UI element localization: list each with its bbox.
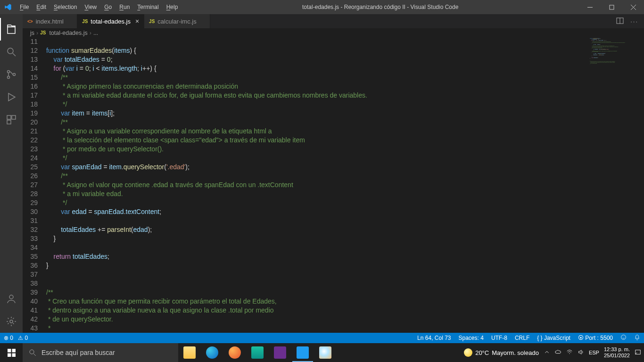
menu-file[interactable]: File: [16, 0, 33, 14]
taskbar-vscode-icon[interactable]: [291, 343, 314, 362]
file-icon: <>: [27, 19, 33, 24]
code-line-43[interactable]: *: [46, 324, 644, 333]
code-line-42[interactable]: * de un querySelector.: [46, 315, 644, 324]
code-line-15[interactable]: /**: [46, 73, 644, 82]
breadcrumb-rest[interactable]: ...: [93, 30, 98, 36]
menu-selection[interactable]: Selection: [50, 0, 81, 14]
code-line-13[interactable]: var totalEdades = 0;: [46, 55, 644, 64]
svg-rect-19: [8, 349, 11, 352]
code-line-40[interactable]: * Creo una función que me permita recibi…: [46, 297, 644, 306]
code-line-12[interactable]: function sumarEdades(items) {: [46, 46, 644, 55]
code-line-17[interactable]: * a mi variable edad durante el ciclo fo…: [46, 91, 644, 100]
code-editor[interactable]: 1112131415161718192021222324252627282930…: [23, 37, 644, 333]
code-line-25[interactable]: var spanEdad = item.querySelector('.edad…: [46, 163, 644, 172]
code-line-18[interactable]: */: [46, 100, 644, 109]
settings-gear-icon[interactable]: [0, 310, 23, 333]
menu-terminal[interactable]: Terminal: [133, 0, 162, 14]
code-line-32[interactable]: totalEdades += parseInt(edad);: [46, 225, 644, 234]
code-line-14[interactable]: for (var i = 0; i < items.length; i++) {: [46, 64, 644, 73]
menu-help[interactable]: Help: [163, 0, 182, 14]
svg-point-8: [8, 76, 10, 79]
menu-go[interactable]: Go: [100, 0, 116, 14]
weather-widget[interactable]: 20°C Mayorm. soleado: [464, 348, 539, 357]
breadcrumb-folder[interactable]: js: [30, 30, 34, 36]
menu-edit[interactable]: Edit: [33, 0, 50, 14]
more-actions-icon[interactable]: ···: [630, 18, 638, 25]
taskbar-explorer-icon[interactable]: [178, 343, 201, 362]
line-number-gutter: 1112131415161718192021222324252627282930…: [23, 37, 46, 333]
taskbar-paint-icon[interactable]: [314, 343, 337, 362]
breadcrumbs[interactable]: js › JS total-edades.js › ...: [23, 28, 644, 37]
code-line-33[interactable]: }: [46, 234, 644, 243]
tray-notifications-icon[interactable]: [635, 349, 641, 356]
svg-line-6: [13, 53, 16, 56]
tab-total-edades-js[interactable]: JStotal-edades.js×: [77, 14, 144, 28]
close-button[interactable]: [622, 0, 644, 14]
tray-onedrive-icon[interactable]: [555, 349, 561, 356]
status-errors[interactable]: ⊗ 0: [4, 335, 13, 341]
code-line-22[interactable]: * la selección del elemento clase <span …: [46, 136, 644, 145]
code-line-21[interactable]: * Asigno a una variable correspondiente …: [46, 127, 644, 136]
minimap[interactable]: function sumarEdades(items) { var totalE…: [587, 37, 644, 333]
code-line-11[interactable]: [46, 37, 644, 46]
tray-volume-icon[interactable]: [578, 349, 584, 356]
status-cursor[interactable]: Ln 64, Col 73: [417, 335, 451, 341]
run-debug-icon[interactable]: [0, 86, 23, 108]
taskbar-search[interactable]: Escribe aquí para buscar: [23, 343, 178, 362]
code-line-20[interactable]: /**: [46, 118, 644, 127]
maximize-button[interactable]: [601, 0, 622, 14]
status-liveserver[interactable]: ⦿ Port : 5500: [578, 335, 613, 341]
search-icon[interactable]: [0, 41, 23, 63]
code-line-38[interactable]: [46, 279, 644, 288]
taskbar-edge-icon[interactable]: [201, 343, 223, 362]
source-control-icon[interactable]: [0, 63, 23, 86]
menu-run[interactable]: Run: [116, 0, 133, 14]
status-lang[interactable]: { } JavaScript: [537, 335, 570, 341]
code-line-41[interactable]: * dentro asigno a una variable nueva a l…: [46, 306, 644, 315]
taskbar-firefox-icon[interactable]: [223, 343, 246, 362]
code-line-29[interactable]: */: [46, 198, 644, 207]
tray-clock[interactable]: 12:33 p. m. 25/01/2022: [604, 346, 630, 359]
svg-rect-13: [7, 120, 11, 124]
code-lines[interactable]: function sumarEdades(items) { var totalE…: [46, 37, 644, 333]
status-encoding[interactable]: UTF-8: [491, 335, 507, 341]
account-icon[interactable]: [0, 288, 23, 310]
code-line-28[interactable]: * a mi variable edad.: [46, 189, 644, 198]
status-feedback-icon[interactable]: [620, 334, 627, 342]
split-editor-icon[interactable]: [616, 17, 624, 26]
breadcrumb-file[interactable]: total-edades.js: [49, 30, 87, 36]
tab-index-html[interactable]: <>index.html×: [23, 14, 77, 28]
start-button[interactable]: [0, 343, 23, 362]
code-line-23[interactable]: * por medio de un querySelector().: [46, 145, 644, 154]
menu-view[interactable]: View: [81, 0, 100, 14]
code-line-16[interactable]: * Asigno primero las concurrencias en de…: [46, 82, 644, 91]
code-line-39[interactable]: /**: [46, 288, 644, 297]
code-line-27[interactable]: * Asigno el valor que contiene .edad a t…: [46, 181, 644, 189]
svg-rect-22: [12, 353, 15, 356]
status-bell-icon[interactable]: [634, 334, 640, 342]
taskbar-ide-icon[interactable]: [269, 343, 291, 362]
code-line-19[interactable]: var item = items[i];: [46, 109, 644, 118]
tray-chevron-icon[interactable]: [544, 349, 550, 356]
code-line-36[interactable]: }: [46, 261, 644, 270]
code-line-37[interactable]: [46, 270, 644, 279]
code-line-31[interactable]: [46, 216, 644, 225]
explorer-icon[interactable]: [0, 18, 23, 41]
code-line-26[interactable]: /**: [46, 172, 644, 181]
svg-rect-12: [12, 115, 16, 119]
status-eol[interactable]: CRLF: [515, 335, 529, 341]
tray-lang[interactable]: ESP: [589, 350, 599, 355]
code-line-35[interactable]: return totalEdades;: [46, 252, 644, 261]
code-line-24[interactable]: */: [46, 154, 644, 163]
tab-calcular-imc-js[interactable]: JScalcular-imc.js×: [144, 14, 210, 28]
extensions-icon[interactable]: [0, 108, 23, 131]
status-spaces[interactable]: Spaces: 4: [459, 335, 484, 341]
close-tab-icon[interactable]: ×: [135, 17, 139, 25]
menu-bar: FileEditSelectionViewGoRunTerminalHelp: [16, 0, 182, 14]
status-warnings[interactable]: ⚠ 0: [18, 335, 28, 341]
taskbar-app-icon[interactable]: [246, 343, 269, 362]
minimize-button[interactable]: [579, 0, 601, 14]
code-line-30[interactable]: var edad = spanEdad.textContent;: [46, 207, 644, 216]
code-line-34[interactable]: [46, 243, 644, 252]
tray-wifi-icon[interactable]: [566, 349, 573, 356]
